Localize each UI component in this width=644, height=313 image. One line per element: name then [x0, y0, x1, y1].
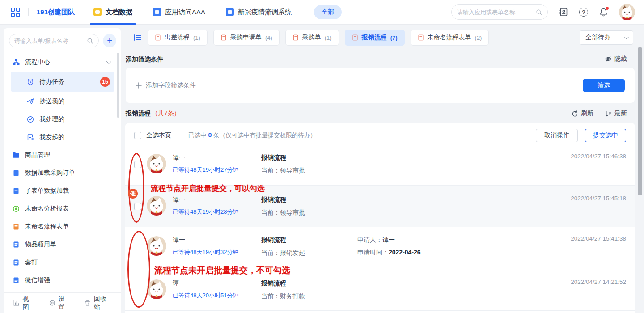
- doc-icon: [155, 34, 161, 41]
- annotation-note-enabled: 流程节点开启批量提交，可以勾选: [151, 183, 265, 194]
- flow-name: 报销流程: [261, 236, 357, 244]
- sidebar-item-cc-to-me[interactable]: 抄送我的: [4, 93, 121, 110]
- sidebar-scrollbar[interactable]: [117, 53, 119, 118]
- refresh-button[interactable]: 刷新: [572, 110, 593, 118]
- app-icon: [226, 8, 234, 16]
- applicant-info: 申请人：谭一 申请时间：2022-04-26: [357, 236, 460, 261]
- tab-count: (4): [265, 34, 272, 41]
- filter-card: 添加字段筛选条件 筛选: [126, 68, 635, 103]
- add-form-button[interactable]: +: [103, 34, 116, 47]
- notification-bell-icon[interactable]: [599, 8, 608, 17]
- waiting-time: 已等待48天20小时51分钟: [173, 292, 261, 300]
- cancel-operation-button[interactable]: 取消操作: [536, 129, 578, 142]
- tab-unnamed-flow-form[interactable]: 未命名流程表单 (2): [411, 30, 489, 46]
- page-scrollbar[interactable]: [638, 47, 642, 195]
- search-icon: [87, 38, 93, 44]
- help-icon[interactable]: ?: [579, 8, 588, 17]
- all-apps-pill[interactable]: 全部: [314, 5, 342, 19]
- tab-purchase-request[interactable]: 采购申请单 (4): [213, 30, 280, 46]
- todo-list: 全选本页 已选中0条（仅可选中有批量提交权限的待办） 取消操作 提交选中 谭一 …: [125, 123, 635, 313]
- tab-reimbursement-flow[interactable]: 报销流程 (7): [345, 30, 405, 46]
- divider: [28, 8, 29, 16]
- clock-icon: [27, 78, 34, 85]
- list-count: （共7条）: [152, 110, 180, 118]
- sort-latest-button[interactable]: 最新: [605, 110, 627, 118]
- folder-icon: [13, 152, 20, 159]
- sidebar-item-label: 未命名分析报表: [25, 205, 69, 213]
- chevron-down-icon[interactable]: [106, 59, 111, 64]
- sidebar-item-form[interactable]: 数据加载采购订单: [4, 164, 121, 182]
- recycle-bin-button[interactable]: 回收站: [85, 295, 111, 311]
- sidebar-item-todo-tasks[interactable]: 待办任务 15: [11, 72, 114, 92]
- global-search: [451, 4, 548, 20]
- select-all-checkbox[interactable]: [134, 132, 141, 139]
- sidebar-item-form[interactable]: 套打: [4, 254, 121, 271]
- list-header: 报销流程 （共7条）: [126, 110, 180, 118]
- contacts-icon[interactable]: [559, 7, 568, 17]
- flow-name: 报销流程: [261, 196, 357, 204]
- sidebar-item-form[interactable]: 微信增强: [4, 271, 121, 289]
- footer-label: 回收站: [94, 295, 111, 311]
- submit-selected-button[interactable]: 提交选中: [585, 129, 626, 142]
- settings-button[interactable]: 设置: [49, 295, 70, 311]
- sidebar-item-process-center[interactable]: 流程中心: [4, 53, 121, 71]
- sidebar-item-form[interactable]: 子表单数据加载: [4, 182, 121, 200]
- notification-dot: [606, 7, 609, 10]
- refresh-icon: [572, 110, 578, 117]
- batch-toolbar: 全选本页 已选中0条（仅可选中有批量提交权限的待办） 取消操作 提交选中: [125, 123, 635, 148]
- hide-filter-button[interactable]: 隐藏: [605, 55, 627, 63]
- sidebar-item-report[interactable]: 未命名分析报表: [4, 200, 121, 218]
- workspace-tab-docs[interactable]: 文档数据: [93, 0, 132, 25]
- apps-grid-icon[interactable]: [11, 8, 20, 17]
- form-search-input[interactable]: [14, 38, 87, 44]
- submit-time: 2022/04/27 15:41:38: [571, 235, 626, 242]
- workspace-tab-label: 文档数据: [106, 8, 132, 17]
- sidebar-item-flow-form[interactable]: 未命名流程表单: [4, 218, 121, 236]
- app-icon: [153, 8, 161, 16]
- add-field-filter-button[interactable]: 添加字段筛选条件: [136, 81, 196, 89]
- doc-icon: [220, 34, 227, 41]
- sidebar-item-label: 流程中心: [25, 58, 50, 66]
- doc-icon: [418, 34, 424, 41]
- sidebar-item-form[interactable]: 物品领用单: [4, 236, 121, 254]
- row-checkbox[interactable]: [134, 203, 141, 210]
- sidebar-item-product-mgmt[interactable]: 商品管理: [4, 146, 121, 164]
- tab-purchase-order[interactable]: 采购单 (1): [285, 30, 339, 46]
- todo-row[interactable]: 谭一 已等待48天19小时32分钟 报销流程 当前：报销发起 申请人：谭一 申请…: [125, 227, 635, 267]
- top-navbar: 191创建团队 文档数据 应用访问AAA 新冠疫情流调系统 全部: [0, 0, 644, 25]
- sidebar-item-label: 我处理的: [39, 115, 64, 123]
- sidebar-item-label: 商品管理: [25, 151, 50, 159]
- sidebar-item-started-by-me[interactable]: 我发起的: [4, 128, 121, 146]
- eye-off-icon: [605, 55, 612, 63]
- sidebar-item-label: 物品领用单: [25, 241, 56, 249]
- select-all-label: 全选本页: [146, 131, 171, 140]
- sidebar-item-label: 我发起的: [39, 133, 64, 141]
- form-filter-tabs: 出差流程 (1) 采购申请单 (4) 采购单 (1) 报销流程 (7) 未命名流…: [148, 30, 489, 46]
- workspace-tab-covid[interactable]: 新冠疫情流调系统: [226, 0, 292, 25]
- trash-icon: [85, 300, 91, 306]
- tab-label: 出差流程: [165, 34, 190, 42]
- filter-submit-button[interactable]: 筛选: [583, 79, 625, 92]
- current-node: 当前：领导审批: [261, 167, 357, 175]
- list-title: 报销流程: [126, 110, 151, 118]
- collapse-tabs-icon[interactable]: [133, 33, 142, 42]
- global-search-input[interactable]: [457, 9, 536, 16]
- form-doc-icon: [13, 187, 20, 195]
- report-target-icon: [13, 205, 20, 212]
- applicant-name: 谭一: [173, 154, 261, 162]
- team-name[interactable]: 191创建团队: [37, 8, 75, 17]
- sidebar-item-handled-by-me[interactable]: 我处理的: [4, 110, 121, 128]
- applicant-value: 谭一: [382, 236, 395, 243]
- todo-scope-select[interactable]: 全部待办: [580, 30, 633, 45]
- tab-label: 报销流程: [362, 34, 387, 42]
- tab-business-trip-flow[interactable]: 出差流程 (1): [148, 30, 208, 46]
- sidebar-item-label: 数据加载采购订单: [25, 169, 75, 177]
- row-checkbox[interactable]: [134, 161, 141, 168]
- views-button[interactable]: 视图: [13, 295, 34, 311]
- user-avatar[interactable]: [619, 4, 635, 20]
- todo-row[interactable]: 谭一 已等待48天19小时27分钟 报销流程 当前：领导审批 2022/04/2…: [125, 148, 635, 186]
- flow-doc-icon: [13, 223, 20, 230]
- current-node: 当前：领导审批: [261, 209, 357, 217]
- workspace-tab-app-access[interactable]: 应用访问AAA: [153, 0, 205, 25]
- bar-chart-icon: [13, 300, 20, 306]
